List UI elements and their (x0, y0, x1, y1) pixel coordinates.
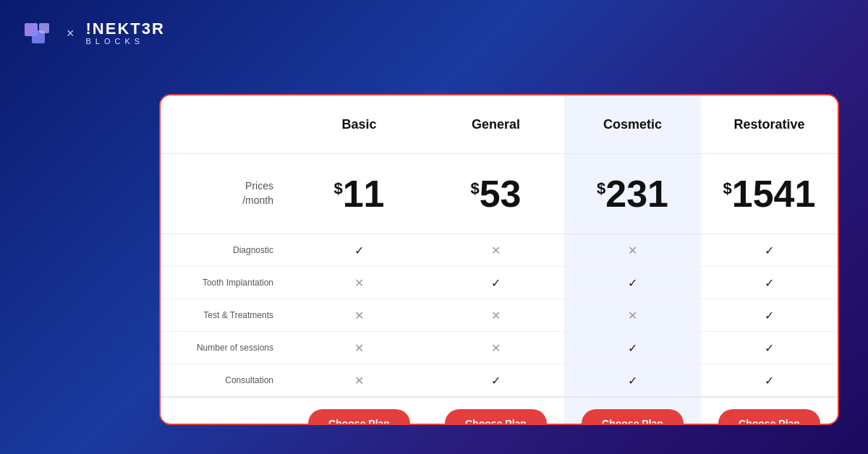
brand-sub: BLOCKS (86, 37, 145, 46)
feature-1-plan-0: ✕ (291, 267, 427, 299)
feature-label-2: Test & Treatments (161, 299, 291, 331)
cross-icon: ✕ (354, 309, 364, 322)
feature-0-plan-1: ✕ (427, 234, 564, 266)
times-icon: × (67, 26, 75, 41)
cross-icon: ✕ (354, 276, 364, 290)
feature-1-plan-2: ✓ (564, 267, 701, 299)
price-general: $ 53 (427, 154, 564, 234)
price-restorative: $ 1541 (701, 154, 838, 234)
feature-1-plan-1: ✓ (427, 267, 564, 299)
feature-4-plan-1: ✓ (427, 364, 564, 396)
choose-plan-cosmetic[interactable]: Choose Plan (582, 409, 684, 425)
cross-icon: ✕ (628, 309, 637, 322)
feature-label-4: Consultation (161, 364, 291, 396)
plan-name-basic: Basic (291, 95, 427, 153)
feature-0-plan-3: ✓ (701, 234, 838, 266)
price-number-restorative: 1541 (732, 175, 816, 213)
cross-icon: ✕ (354, 374, 364, 387)
button-restorative-cell: Choose Plan (701, 398, 838, 425)
price-number-basic: 11 (343, 175, 385, 213)
price-dollar-basic: $ (333, 179, 342, 198)
check-icon: ✓ (765, 341, 774, 355)
check-icon: ✓ (765, 244, 774, 257)
feature-label-3: Number of sessions (161, 332, 291, 364)
choose-plan-restorative[interactable]: Choose Plan (718, 409, 820, 425)
feature-row-2: Test & Treatments✕✕✕✓ (161, 299, 838, 332)
plan-name-general: General (427, 95, 564, 153)
cross-icon: ✕ (491, 341, 501, 355)
price-cosmetic: $ 231 (564, 154, 701, 234)
empty-button-label (161, 398, 291, 425)
pricing-table: Basic General Cosmetic Restorative Price… (161, 95, 838, 424)
price-dollar-cosmetic: $ (597, 179, 605, 198)
check-icon: ✓ (491, 276, 501, 290)
price-dollar-general: $ (470, 179, 479, 198)
choose-plan-basic[interactable]: Choose Plan (308, 409, 410, 425)
feature-4-plan-0: ✕ (291, 364, 427, 396)
plan-names-row: Basic General Cosmetic Restorative (161, 95, 838, 154)
check-icon: ✓ (765, 276, 774, 290)
check-icon: ✓ (354, 244, 364, 257)
check-icon: ✓ (628, 341, 637, 355)
button-basic-cell: Choose Plan (291, 398, 427, 425)
feature-row-4: Consultation✕✓✓✓ (161, 364, 838, 397)
button-cosmetic-cell: Choose Plan (564, 398, 701, 425)
svg-rect-2 (39, 23, 49, 33)
choose-plan-general[interactable]: Choose Plan (445, 409, 547, 425)
logo-icon (23, 17, 55, 49)
feature-row-0: Diagnostic✓✕✕✓ (161, 234, 838, 267)
price-row: Prices /month $ 11 $ 53 $ 231 (161, 154, 838, 234)
price-number-cosmetic: 231 (605, 175, 668, 213)
feature-label-0: Diagnostic (161, 234, 291, 266)
price-dollar-restorative: $ (723, 179, 732, 198)
feature-row-3: Number of sessions✕✕✓✓ (161, 332, 838, 364)
feature-2-plan-1: ✕ (427, 299, 564, 331)
price-number-general: 53 (480, 175, 522, 213)
feature-2-plan-0: ✕ (291, 299, 427, 331)
button-general-cell: Choose Plan (427, 398, 564, 425)
feature-2-plan-2: ✕ (564, 299, 701, 331)
cross-icon: ✕ (491, 244, 501, 257)
features-section: Diagnostic✓✕✕✓Tooth Implantation✕✓✓✓Test… (161, 234, 838, 398)
cross-icon: ✕ (491, 309, 501, 322)
feature-3-plan-1: ✕ (427, 332, 564, 364)
cross-icon: ✕ (628, 244, 637, 257)
check-icon: ✓ (765, 309, 774, 322)
feature-1-plan-3: ✓ (701, 267, 838, 299)
check-icon: ✓ (765, 374, 774, 387)
cross-icon: ✕ (354, 341, 364, 355)
feature-3-plan-0: ✕ (291, 332, 427, 364)
buttons-row: Choose Plan Choose Plan Choose Plan Choo… (161, 398, 838, 425)
brand-name: !NEKT3R (86, 21, 165, 37)
feature-label-1: Tooth Implantation (161, 267, 291, 299)
feature-3-plan-2: ✓ (564, 332, 701, 364)
header: × !NEKT3R BLOCKS (23, 17, 165, 49)
check-icon: ✓ (491, 374, 501, 387)
brand-area: !NEKT3R BLOCKS (86, 21, 165, 46)
plan-name-cosmetic: Cosmetic (564, 95, 701, 153)
price-label-line1: Prices (242, 179, 273, 194)
price-basic: $ 11 (291, 154, 427, 234)
plan-name-restorative: Restorative (701, 95, 838, 153)
price-label-line2: /month (242, 194, 273, 208)
feature-3-plan-3: ✓ (701, 332, 838, 364)
feature-0-plan-2: ✕ (564, 234, 701, 266)
feature-row-1: Tooth Implantation✕✓✓✓ (161, 267, 838, 299)
feature-0-plan-0: ✓ (291, 234, 427, 266)
pricing-card: Basic General Cosmetic Restorative Price… (159, 94, 839, 425)
feature-4-plan-2: ✓ (564, 364, 701, 396)
feature-2-plan-3: ✓ (701, 299, 838, 331)
check-icon: ✓ (628, 374, 637, 387)
feature-4-plan-3: ✓ (701, 364, 838, 396)
check-icon: ✓ (628, 276, 637, 290)
empty-header-cell (161, 95, 291, 153)
price-label-cell: Prices /month (161, 154, 291, 234)
